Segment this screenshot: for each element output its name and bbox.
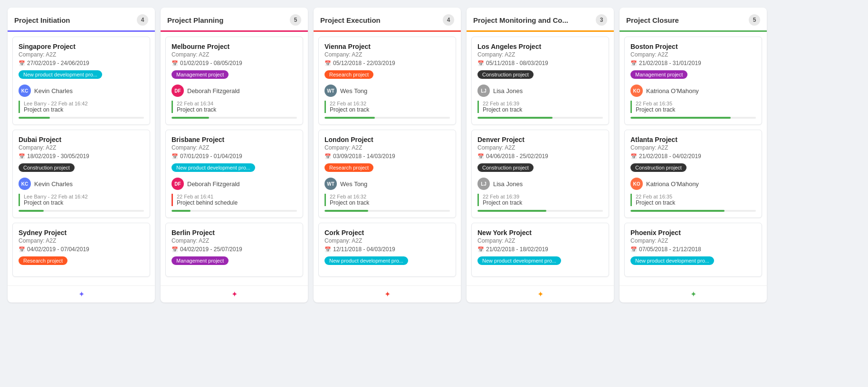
update-section: Lee Barry - 22 Feb at 16:42Project on tr… [19, 101, 144, 113]
card[interactable]: New York ProjectCompany: A2Z📅 21/02/2018… [471, 223, 609, 277]
avatar: LJ [477, 178, 490, 190]
update-text: Project on track [330, 199, 450, 206]
column-body[interactable]: Melbourne ProjectCompany: A2Z📅 01/02/201… [161, 32, 308, 285]
column-header: Project Execution4 [314, 8, 461, 32]
card-title: Los Angeles Project [477, 43, 603, 50]
card[interactable]: Singapore ProjectCompany: A2Z📅 27/02/201… [12, 37, 150, 125]
project-tag: Management project [172, 256, 229, 265]
progress-bar-container [630, 117, 756, 119]
card-company: Company: A2Z [172, 51, 297, 58]
progress-bar-container [324, 117, 450, 119]
card[interactable]: London ProjectCompany: A2Z📅 03/09/2018 -… [318, 130, 456, 218]
assignee-name: Wes Tong [340, 87, 367, 94]
card-title: Denver Project [477, 136, 603, 143]
progress-bar-container [172, 210, 297, 212]
column-body[interactable]: Boston ProjectCompany: A2Z📅 21/02/2018 -… [620, 32, 767, 285]
project-tag: New product development pro... [630, 256, 714, 265]
column-footer: ✦ [620, 285, 767, 302]
calendar-icon: 📅 [324, 246, 331, 253]
column-monitoring: Project Monitoring and Co...3Los Angeles… [467, 8, 614, 302]
update-meta: 22 Feb at 16:35 [636, 101, 756, 106]
column-footer: ✦ [467, 285, 614, 302]
update-section: 22 Feb at 16:39Project on track [477, 101, 603, 113]
avatar: WT [324, 85, 337, 97]
column-body[interactable]: Vienna ProjectCompany: A2Z📅 05/12/2018 -… [314, 32, 461, 285]
update-text: Project on track [24, 106, 144, 113]
assignee-name: Wes Tong [340, 180, 367, 188]
card[interactable]: Berlin ProjectCompany: A2Z📅 04/02/2019 -… [165, 223, 303, 277]
card[interactable]: Atlanta ProjectCompany: A2Z📅 21/02/2018 … [624, 130, 762, 218]
card-title: Cork Project [324, 229, 450, 236]
card-date: 📅 07/05/2018 - 21/12/2018 [630, 246, 756, 253]
move-icon[interactable]: ✦ [384, 290, 391, 299]
column-count: 4 [137, 14, 148, 26]
column-planning: Project Planning5Melbourne ProjectCompan… [161, 8, 308, 302]
calendar-icon: 📅 [630, 246, 637, 253]
update-text: Project on track [636, 106, 756, 113]
progress-bar-container [630, 210, 756, 212]
card-date: 📅 27/02/2019 - 24/06/2019 [19, 60, 144, 66]
card[interactable]: Boston ProjectCompany: A2Z📅 21/02/2018 -… [624, 37, 762, 125]
column-title: Project Closure [626, 16, 679, 24]
card[interactable]: Brisbane ProjectCompany: A2Z📅 07/01/2019… [165, 130, 303, 218]
avatar: LJ [477, 85, 490, 97]
avatar-row: DFDeborah Fitzgerald [172, 85, 297, 97]
update-meta: 22 Feb at 16:39 [483, 194, 603, 199]
progress-bar [630, 210, 725, 212]
progress-bar-container [172, 117, 297, 119]
move-icon[interactable]: ✦ [690, 290, 696, 299]
avatar: DF [172, 85, 184, 97]
card[interactable]: Cork ProjectCompany: A2Z📅 12/11/2018 - 0… [318, 223, 456, 277]
column-execution: Project Execution4Vienna ProjectCompany:… [314, 8, 461, 302]
card[interactable]: Melbourne ProjectCompany: A2Z📅 01/02/201… [165, 37, 303, 125]
column-body[interactable]: Singapore ProjectCompany: A2Z📅 27/02/201… [8, 32, 155, 285]
card-title: Boston Project [630, 43, 756, 50]
move-icon[interactable]: ✦ [231, 290, 238, 299]
card[interactable]: Los Angeles ProjectCompany: A2Z📅 05/11/2… [471, 37, 609, 125]
column-footer: ✦ [161, 285, 308, 302]
card-date: 📅 12/11/2018 - 04/03/2019 [324, 246, 450, 253]
column-header: Project Closure5 [620, 8, 767, 32]
project-tag: Research project [324, 163, 373, 172]
card-date: 📅 03/09/2018 - 14/03/2019 [324, 153, 450, 160]
card-date: 📅 05/11/2018 - 08/03/2019 [477, 60, 603, 66]
calendar-icon: 📅 [324, 153, 331, 160]
column-count: 5 [749, 14, 760, 26]
column-footer: ✦ [314, 285, 461, 302]
column-count: 3 [596, 14, 607, 26]
column-title: Project Execution [320, 16, 381, 24]
card-company: Company: A2Z [477, 51, 603, 58]
card-title: Singapore Project [19, 43, 144, 50]
project-tag: New product development pro... [172, 163, 255, 172]
assignee-name: Lisa Jones [493, 180, 523, 188]
card-title: New York Project [477, 229, 603, 236]
card[interactable]: Phoenix ProjectCompany: A2Z📅 07/05/2018 … [624, 223, 762, 277]
assignee-name: Katriona O'Mahony [646, 87, 699, 94]
move-icon[interactable]: ✦ [537, 290, 544, 299]
avatar: KC [19, 178, 31, 190]
progress-bar [324, 210, 368, 212]
calendar-icon: 📅 [324, 60, 331, 66]
card-date: 📅 21/02/2018 - 18/02/2019 [477, 246, 603, 253]
card[interactable]: Vienna ProjectCompany: A2Z📅 05/12/2018 -… [318, 37, 456, 125]
project-tag: New product development pro... [477, 256, 561, 265]
project-tag: Construction project [477, 70, 534, 79]
card-company: Company: A2Z [19, 144, 144, 151]
update-meta: 22 Feb at 16:41 [177, 194, 297, 199]
card[interactable]: Dubai ProjectCompany: A2Z📅 18/02/2019 - … [12, 130, 150, 218]
update-meta: Lee Barry - 22 Feb at 16:42 [24, 194, 144, 199]
calendar-icon: 📅 [477, 246, 484, 253]
avatar-row: WTWes Tong [324, 178, 450, 190]
card[interactable]: Denver ProjectCompany: A2Z📅 04/06/2018 -… [471, 130, 609, 218]
column-body[interactable]: Los Angeles ProjectCompany: A2Z📅 05/11/2… [467, 32, 614, 285]
assignee-name: Katriona O'Mahony [646, 180, 699, 188]
column-header: Project Monitoring and Co...3 [467, 8, 614, 32]
project-tag: New product development pro... [324, 256, 408, 265]
card-company: Company: A2Z [477, 237, 603, 244]
card[interactable]: Sydney ProjectCompany: A2Z📅 04/02/2019 -… [12, 223, 150, 277]
move-icon[interactable]: ✦ [78, 290, 85, 299]
update-text: Project on track [24, 199, 144, 206]
assignee-name: Deborah Fitzgerald [187, 180, 240, 188]
card-company: Company: A2Z [630, 237, 756, 244]
project-tag: Management project [630, 70, 687, 79]
